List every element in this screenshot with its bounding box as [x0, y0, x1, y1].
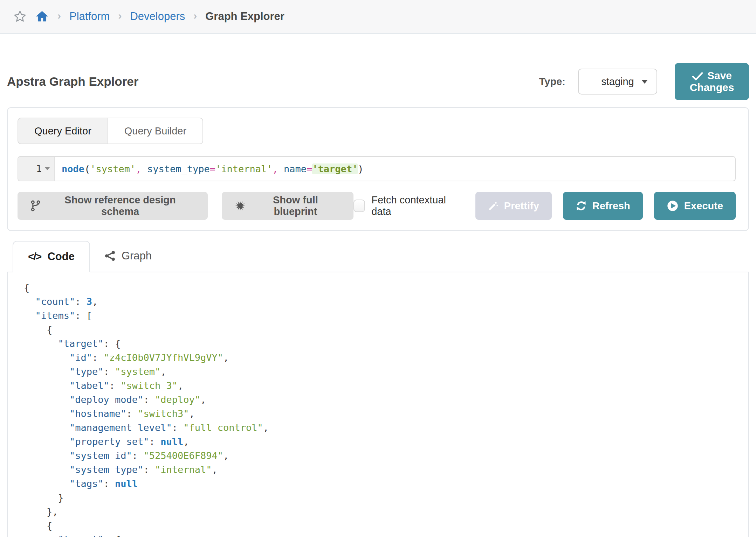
chevron-right-icon: › [193, 11, 197, 22]
results-tabs: </> Code Graph [7, 240, 749, 272]
save-changes-button[interactable]: Save Changes [675, 63, 749, 100]
fetch-contextual-data-checkbox[interactable] [353, 200, 365, 212]
share-icon [105, 251, 115, 261]
json-output: { "count": 3, "items": [ { "target": { "… [24, 281, 748, 537]
chevron-right-icon: › [118, 11, 122, 22]
breadcrumb-developers[interactable]: Developers [130, 10, 185, 23]
type-select-value: staging [601, 76, 634, 88]
chevron-right-icon: › [57, 11, 61, 22]
breadcrumb-current: Graph Explorer [205, 10, 284, 23]
editor-gutter: 1 [18, 157, 55, 181]
title-row: Apstra Graph Explorer Type: staging Save… [7, 63, 749, 100]
results-body: { "count": 3, "items": [ { "target": { "… [7, 272, 749, 537]
show-reference-design-schema-button[interactable]: Show reference design schema [18, 192, 208, 220]
tab-query-builder[interactable]: Query Builder [108, 118, 203, 144]
magic-wand-icon [488, 201, 499, 211]
favorite-star-icon[interactable] [13, 10, 27, 23]
prettify-button[interactable]: Prettify [475, 192, 552, 220]
type-label: Type: [539, 76, 565, 88]
query-panel: Query Editor Query Builder 1 node('syste… [7, 107, 749, 231]
query-mode-tabs: Query Editor Query Builder [18, 118, 736, 144]
fetch-contextual-data-label: Fetch contextual data [371, 194, 461, 217]
type-select[interactable]: staging [578, 69, 657, 95]
line-number: 1 [36, 163, 42, 174]
refresh-icon [576, 200, 587, 211]
tab-code[interactable]: </> Code [13, 241, 90, 272]
page-title: Apstra Graph Explorer [7, 75, 138, 89]
fold-caret-icon[interactable] [45, 167, 50, 170]
tab-query-editor[interactable]: Query Editor [18, 118, 108, 144]
query-code-line[interactable]: node('system', system_type='internal', n… [55, 157, 364, 181]
play-circle-icon [667, 200, 679, 212]
burst-icon [235, 201, 245, 211]
branch-icon [31, 200, 40, 211]
type-group: Type: staging [539, 69, 657, 95]
query-editor[interactable]: 1 node('system', system_type='internal',… [18, 156, 736, 181]
code-icon: </> [28, 251, 41, 263]
chevron-down-icon [642, 80, 647, 84]
check-icon [692, 72, 703, 81]
query-actions: Show reference design schema Show full b… [18, 192, 736, 220]
results-panel: </> Code Graph { "count": 3, "items": [ … [7, 240, 749, 537]
execute-button[interactable]: Execute [654, 192, 736, 220]
home-icon[interactable] [35, 10, 49, 23]
query-actions-right: Fetch contextual data Prettify Refresh [353, 192, 736, 220]
tab-graph[interactable]: Graph [90, 240, 166, 272]
breadcrumb: › Platform › Developers › Graph Explorer [0, 0, 756, 34]
breadcrumb-platform[interactable]: Platform [69, 10, 110, 23]
refresh-button[interactable]: Refresh [563, 192, 643, 220]
show-full-blueprint-button[interactable]: Show full blueprint [222, 192, 353, 220]
